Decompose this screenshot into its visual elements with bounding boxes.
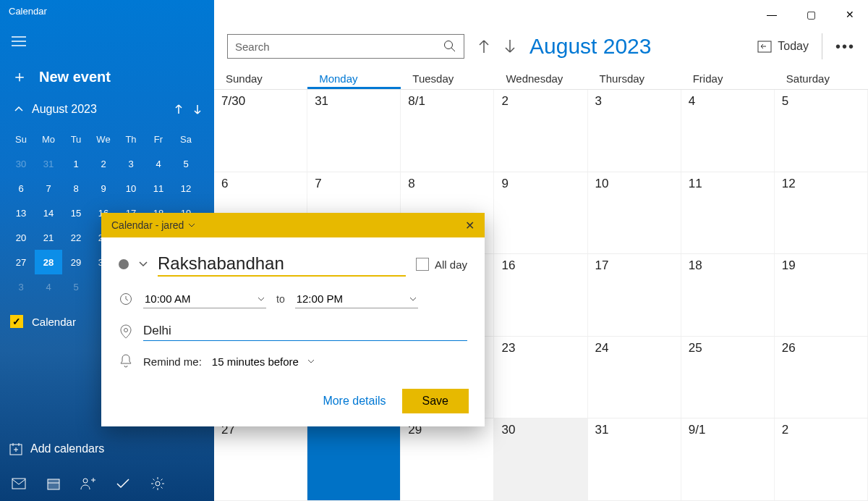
day-header[interactable]: Sunday: [214, 67, 307, 89]
day-header[interactable]: Tuesday: [401, 67, 494, 89]
date-cell[interactable]: 3: [588, 90, 681, 172]
mini-date-cell[interactable]: 14: [35, 201, 62, 225]
mini-date-cell[interactable]: 28: [35, 250, 62, 274]
mini-day-label: Fr: [145, 127, 172, 151]
date-cell[interactable]: 26: [775, 337, 868, 418]
prev-month-button[interactable]: [477, 38, 490, 54]
mini-date-cell[interactable]: 11: [145, 176, 172, 201]
day-header[interactable]: Saturday: [775, 67, 868, 89]
mail-icon[interactable]: [10, 475, 27, 492]
mini-date-cell[interactable]: 15: [62, 201, 90, 225]
separator: [822, 33, 822, 59]
today-button[interactable]: Today: [757, 40, 809, 53]
mini-date-cell[interactable]: 4: [35, 274, 62, 299]
more-menu-button[interactable]: •••: [835, 38, 855, 55]
window-minimize-button[interactable]: —: [760, 4, 784, 25]
todo-icon[interactable]: [114, 475, 132, 492]
popup-calendar-select[interactable]: Calendar - jared: [111, 219, 465, 231]
mini-date-cell[interactable]: 12: [172, 176, 200, 201]
mini-date-cell[interactable]: 2: [90, 151, 117, 176]
mini-date-cell[interactable]: 21: [35, 225, 62, 250]
day-header[interactable]: Wednesday: [494, 67, 587, 89]
people-icon[interactable]: [80, 475, 97, 492]
save-button[interactable]: Save: [402, 389, 469, 413]
new-event-button[interactable]: ＋ New event: [0, 57, 214, 98]
mini-date-cell[interactable]: 22: [62, 225, 90, 250]
mini-date-cell[interactable]: 4: [145, 151, 172, 176]
date-cell[interactable]: 27: [214, 418, 307, 500]
location-icon: [119, 324, 133, 339]
hamburger-menu-button[interactable]: [7, 30, 30, 53]
mini-day-label: We: [90, 127, 117, 151]
next-month-button[interactable]: [503, 38, 516, 54]
date-cell[interactable]: 7/30: [214, 90, 307, 172]
mini-date-cell[interactable]: 10: [117, 176, 145, 201]
date-cell[interactable]: 4: [681, 90, 775, 172]
date-cell[interactable]: 29: [401, 418, 494, 500]
remind-select[interactable]: 15 minutes before: [212, 355, 315, 368]
date-cell[interactable]: 18: [681, 254, 775, 336]
calendar-icon[interactable]: [45, 475, 62, 492]
add-calendars-button[interactable]: Add calendars: [0, 430, 214, 468]
date-cell[interactable]: 16: [494, 254, 587, 336]
date-cell[interactable]: 10: [588, 172, 681, 254]
day-header[interactable]: Monday: [307, 67, 401, 89]
date-cell[interactable]: 5: [775, 90, 868, 172]
day-header[interactable]: Friday: [681, 67, 775, 89]
date-cell[interactable]: 12: [775, 172, 868, 254]
event-title-input[interactable]: [158, 252, 406, 277]
mini-date-cell[interactable]: 1: [62, 151, 90, 176]
date-cell[interactable]: 24: [588, 337, 681, 418]
date-cell[interactable]: 25: [681, 337, 775, 418]
date-cell[interactable]: 30: [494, 418, 587, 500]
mini-month-next-button[interactable]: [190, 101, 205, 118]
date-cell[interactable]: 2: [775, 418, 868, 500]
mini-date-cell[interactable]: 9: [90, 176, 117, 201]
date-cell[interactable]: 31: [588, 418, 681, 500]
mini-date-cell[interactable]: 7: [35, 176, 62, 201]
mini-date-cell[interactable]: 29: [62, 250, 90, 274]
day-header[interactable]: Thursday: [588, 67, 681, 89]
start-time-select[interactable]: 10:00 AM: [143, 290, 266, 308]
mini-date-cell[interactable]: 13: [7, 201, 35, 225]
svg-point-8: [124, 328, 128, 332]
to-label: to: [276, 293, 285, 305]
mini-date-cell[interactable]: 5: [62, 274, 90, 299]
event-color-chevron[interactable]: [139, 261, 148, 268]
date-cell[interactable]: 11: [681, 172, 775, 254]
more-details-link[interactable]: More details: [323, 395, 386, 408]
date-cell[interactable]: [307, 418, 401, 500]
window-maximize-button[interactable]: ▢: [799, 4, 823, 25]
date-cell[interactable]: 2: [494, 90, 587, 172]
mini-month-prev-button[interactable]: [171, 101, 187, 118]
end-time-select[interactable]: 12:00 PM: [295, 290, 418, 308]
remind-label: Remind me:: [143, 355, 202, 368]
mini-date-cell[interactable]: 6: [7, 176, 35, 201]
mini-date-cell[interactable]: 20: [7, 225, 35, 250]
event-color-icon[interactable]: [119, 259, 129, 269]
mini-date-cell[interactable]: 8: [62, 176, 90, 201]
date-cell[interactable]: 23: [494, 337, 587, 418]
date-cell[interactable]: 19: [775, 254, 868, 336]
mini-date-cell[interactable]: 3: [117, 151, 145, 176]
mini-date-cell[interactable]: 5: [172, 151, 200, 176]
location-input[interactable]: [143, 321, 467, 341]
mini-date-cell[interactable]: 27: [7, 250, 35, 274]
mini-date-cell[interactable]: 31: [35, 151, 62, 176]
search-input[interactable]: Search: [227, 34, 464, 59]
mini-month-label: August 2023: [29, 103, 171, 116]
all-day-toggle[interactable]: All day: [416, 258, 467, 271]
popup-close-button[interactable]: ✕: [465, 219, 475, 232]
date-cell[interactable]: 9: [494, 172, 587, 254]
event-block[interactable]: [307, 418, 400, 500]
date-cell[interactable]: 8/1: [401, 90, 494, 172]
date-cell[interactable]: 31: [307, 90, 401, 172]
mini-month-collapse-button[interactable]: [9, 104, 29, 114]
date-cell[interactable]: 17: [588, 254, 681, 336]
mini-date-cell[interactable]: 3: [7, 274, 35, 299]
settings-icon[interactable]: [149, 475, 166, 492]
window-close-button[interactable]: ✕: [838, 4, 862, 25]
mini-date-cell[interactable]: 30: [7, 151, 35, 176]
svg-point-5: [445, 41, 453, 49]
date-cell[interactable]: 9/1: [681, 418, 775, 500]
